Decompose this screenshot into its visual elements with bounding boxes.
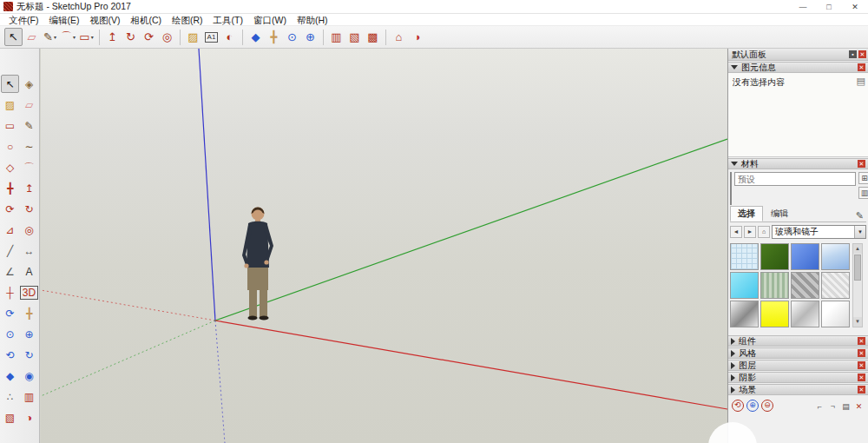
section-plane-tool-button[interactable]: ▥: [327, 28, 345, 46]
lt-paint-bucket-button[interactable]: ▨: [1, 96, 19, 114]
lt-push-pull-button[interactable]: ↥: [20, 179, 38, 197]
menu-draw[interactable]: 绘图(R): [167, 14, 208, 26]
sample-paint-icon[interactable]: ✎: [856, 210, 866, 222]
scroll-down-icon[interactable]: ▼: [853, 317, 862, 327]
menu-camera[interactable]: 相机(C): [125, 14, 167, 26]
tray-add-button[interactable]: ⊕: [746, 400, 759, 412]
create-material-icon[interactable]: ⊞: [858, 172, 868, 184]
material-preview-thumbnail[interactable]: [730, 172, 732, 205]
lt-eraser-button[interactable]: ▱: [20, 96, 38, 114]
section-fill-display-button[interactable]: ▩: [364, 28, 382, 46]
lt-zoom-extents-button[interactable]: ⊕: [20, 325, 38, 343]
lt-orbit-button[interactable]: ⟳: [1, 304, 19, 322]
offset-tool-button[interactable]: ◎: [158, 28, 176, 46]
position-camera-tool-button[interactable]: ◆: [247, 28, 265, 46]
tab-edit[interactable]: 编辑: [763, 206, 796, 222]
swatch-scrollbar[interactable]: ▲ ▼: [852, 243, 863, 327]
lt-axes-button[interactable]: ┼: [1, 283, 19, 301]
eraser-tool-button[interactable]: ▱: [23, 28, 41, 46]
zoom-tool-button[interactable]: ⊙: [283, 28, 301, 46]
entity-info-close-icon[interactable]: ✕: [858, 63, 865, 71]
lt-zoom-next-button[interactable]: ↻: [20, 346, 38, 364]
lt-look-around-button[interactable]: ◉: [20, 367, 38, 385]
material-swatch-sky-reflective-glass[interactable]: [821, 243, 850, 270]
secondary-pane-icon[interactable]: ▥: [858, 187, 868, 199]
section-close-icon[interactable]: ✕: [858, 386, 865, 393]
dropdown-caret-icon[interactable]: ▾: [91, 34, 94, 40]
dropdown-caret-icon[interactable]: ▾: [54, 34, 56, 40]
chevron-down-icon[interactable]: ▼: [854, 226, 865, 238]
scrollbar-track[interactable]: [853, 281, 862, 317]
lt-dimension-button[interactable]: ↔: [20, 241, 38, 260]
tray-close-button[interactable]: ✕: [853, 400, 865, 412]
lt-walk-button[interactable]: ∴: [1, 387, 19, 406]
lt-line-button[interactable]: ✎: [20, 116, 38, 135]
tray-panel-list-button[interactable]: ▤: [840, 400, 852, 412]
section-entity-info[interactable]: 图元信息 ✕: [728, 62, 868, 73]
rotate-tool-button[interactable]: ⟳: [140, 28, 158, 46]
section-shadows[interactable]: 阴影✕: [728, 372, 868, 383]
follow-me-tool-button[interactable]: ↻: [122, 28, 140, 46]
orbit-tool-button[interactable]: ◐: [220, 28, 239, 46]
material-swatch-translucent-glass-grid[interactable]: [730, 243, 759, 270]
pan-tool-button[interactable]: ╋: [265, 28, 283, 46]
lt-polygon-button[interactable]: ◇: [1, 158, 19, 176]
zoom-extents-tool-button[interactable]: ⊕: [301, 28, 319, 46]
rectangle-tool-button[interactable]: ▭▾: [77, 28, 95, 46]
material-swatch-cyan-glass[interactable]: [730, 272, 759, 299]
menu-view[interactable]: 视图(V): [84, 14, 125, 26]
lt-protractor-button[interactable]: ∠: [1, 262, 19, 281]
material-swatch-dark-green-glass[interactable]: [760, 243, 789, 270]
material-swatch-green-striped-glass[interactable]: [760, 272, 789, 299]
select-tool-button[interactable]: ↖: [4, 28, 23, 46]
tray-dock-left-button[interactable]: ⌐: [814, 400, 825, 412]
lt-zoom-button[interactable]: ⊙: [1, 325, 19, 343]
lt-make-component-button[interactable]: ◈: [20, 75, 38, 93]
lt-move-button[interactable]: ╋: [1, 179, 19, 197]
lt-shadow-button[interactable]: ◑: [20, 408, 38, 426]
scroll-up-icon[interactable]: ▲: [853, 244, 862, 254]
tray-dock-right-button[interactable]: ¬: [827, 400, 838, 412]
lt-arc-button[interactable]: ⌒: [20, 158, 38, 176]
menu-help[interactable]: 帮助(H): [292, 14, 333, 26]
maximize-button[interactable]: □: [816, 0, 842, 13]
section-close-icon[interactable]: ✕: [858, 374, 865, 381]
section-components[interactable]: 组件✕: [728, 335, 868, 347]
menu-window[interactable]: 窗口(W): [248, 14, 292, 26]
lt-offset-button[interactable]: ◎: [20, 221, 38, 239]
lt-tape-measure-button[interactable]: ╱: [1, 241, 19, 260]
lt-position-camera-button[interactable]: ◆: [1, 367, 19, 385]
lt-follow-me-button[interactable]: ↻: [20, 200, 38, 218]
lt-zoom-previous-button[interactable]: ⟲: [1, 346, 19, 364]
lt-text-button[interactable]: A: [20, 262, 38, 281]
dropdown-caret-icon[interactable]: ▾: [73, 34, 76, 40]
close-button[interactable]: ✕: [842, 0, 868, 13]
lt-rotate-button[interactable]: ⟳: [1, 200, 19, 218]
material-name-input[interactable]: [734, 172, 856, 186]
back-arrow-icon[interactable]: ◄: [730, 226, 742, 238]
paint-bucket-tool-button[interactable]: ▨: [184, 28, 202, 46]
menu-file[interactable]: 文件(F): [3, 14, 43, 26]
material-swatch-mirror-gradient[interactable]: [730, 301, 759, 327]
tray-refresh-button[interactable]: ⟲: [732, 400, 744, 412]
lt-section-plane-button[interactable]: ▥: [20, 387, 38, 406]
tray-remove-button[interactable]: ⊖: [761, 400, 773, 412]
material-swatch-silver-mirror[interactable]: [791, 301, 819, 327]
lt-pan-button[interactable]: ╋: [20, 304, 38, 322]
section-styles[interactable]: 风格✕: [728, 347, 868, 359]
lt-select-button[interactable]: ↖: [1, 75, 19, 93]
section-layers[interactable]: 图层✕: [728, 360, 868, 371]
section-materials[interactable]: 材料 ✕: [728, 158, 868, 169]
material-swatch-yellow-glass[interactable]: [760, 301, 789, 327]
minimize-button[interactable]: —: [790, 0, 816, 13]
section-close-icon[interactable]: ✕: [858, 349, 865, 357]
line-tool-button[interactable]: ✎▾: [41, 28, 59, 46]
menu-tools[interactable]: 工具(T): [208, 14, 248, 26]
material-swatch-white-glass[interactable]: [821, 301, 850, 327]
menu-edit[interactable]: 编辑(E): [43, 14, 84, 26]
material-collection-dropdown[interactable]: 玻璃和镜子 ▼: [772, 225, 866, 239]
lt-circle-button[interactable]: ○: [1, 137, 19, 155]
in-model-home-icon[interactable]: ⌂: [758, 226, 770, 238]
scrollbar-thumb[interactable]: [854, 255, 861, 281]
views-tool-button[interactable]: ⌂: [390, 28, 408, 46]
